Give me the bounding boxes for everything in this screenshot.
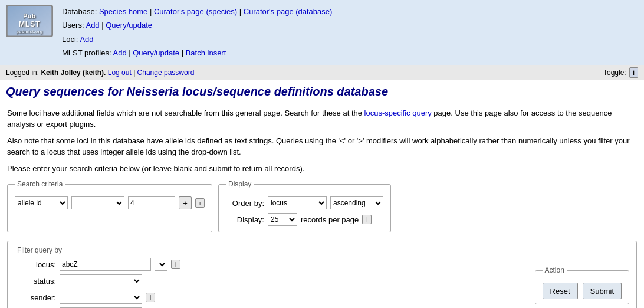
locus-filter-label: locus: (15, 260, 56, 269)
display-legend: Display (226, 180, 254, 188)
filter-section: Filter query by locus: i status: (7, 241, 637, 308)
add-criteria-button[interactable]: + (179, 196, 192, 209)
search-criteria-fieldset: Search criteria allele id locus sequence… (7, 180, 212, 232)
users-query-link[interactable]: Query/update (106, 21, 152, 30)
toggle-button[interactable]: i (629, 67, 638, 78)
curator-species-link[interactable]: Curator's page (species) (154, 7, 237, 16)
filter-fields: locus: i status: unchecked checked (15, 254, 523, 308)
logo: Pub MLST pubmlst.org (6, 5, 53, 37)
header-links: Database: Species home | Curator's page … (62, 5, 332, 60)
per-page-select[interactable]: 10 25 50 100 200 (268, 213, 297, 226)
mlst-add-link[interactable]: Add (113, 48, 126, 57)
reset-button[interactable]: Reset (543, 283, 578, 299)
toggle-label: Toggle: (603, 68, 626, 77)
panels-row: Search criteria allele id locus sequence… (7, 180, 637, 232)
logged-in-text: Logged in: (6, 68, 41, 77)
login-bar: Logged in: Keith Jolley (keith). Log out… (0, 65, 644, 80)
logo-image: Pub MLST pubmlst.org (6, 5, 53, 37)
svg-text:Pub: Pub (23, 12, 36, 19)
display-label: Display: (226, 215, 264, 224)
action-buttons: Reset Submit (543, 283, 622, 299)
locus-filter-row: locus: i (15, 258, 523, 271)
direction-select[interactable]: ascending descending (330, 196, 383, 209)
order-select[interactable]: locus allele id sequence sender curator … (268, 196, 327, 209)
per-page-row: Display: 10 25 50 100 200 records per pa… (226, 213, 383, 226)
locus-specific-query-link[interactable]: locus-specific query (364, 109, 432, 117)
criteria-info-icon[interactable]: i (195, 198, 205, 208)
criteria-row: allele id locus sequence sender curator … (15, 196, 205, 209)
change-password-link[interactable]: Change password (137, 68, 195, 77)
field-select[interactable]: allele id locus sequence sender curator … (15, 196, 68, 209)
loci-label: Loci: (62, 35, 78, 44)
display-info-icon[interactable]: i (362, 215, 372, 224)
status-filter-label: status: (15, 277, 56, 286)
page-title-bar: Query sequences for Neisseria locus/sequ… (0, 80, 644, 101)
loci-add-link[interactable]: Add (80, 35, 93, 44)
filter-action-row: locus: i status: unchecked checked (15, 254, 629, 308)
sender-filter-row: sender: i (15, 291, 523, 304)
users-label: Users: (62, 21, 84, 30)
info-para1-prefix: Some loci have additional fields which a… (7, 109, 364, 117)
page-title: Query sequences for Neisseria locus/sequ… (6, 85, 638, 99)
order-row: Order by: locus allele id sequence sende… (226, 196, 383, 209)
action-panel: Action Reset Submit (535, 254, 629, 308)
mlst-label: MLST profiles: (62, 48, 111, 57)
submit-button[interactable]: Submit (583, 283, 622, 299)
info-para3: Please enter your search criteria below … (7, 163, 637, 175)
toggle-section: Toggle: i (603, 67, 638, 78)
operator-select[interactable]: = contains starts with ends with > >= < … (71, 196, 124, 209)
info-para2: Also note that some loci in this databas… (7, 135, 637, 158)
per-page-suffix: records per page (301, 215, 359, 224)
criteria-value-input[interactable] (128, 196, 175, 209)
sender-filter-info-icon[interactable]: i (146, 293, 155, 302)
svg-text:MLST: MLST (19, 20, 40, 28)
locus-filter-input[interactable] (60, 258, 151, 271)
username: Keith Jolley (keith). (41, 68, 106, 77)
login-info: Logged in: Keith Jolley (keith). Log out… (6, 68, 194, 77)
status-filter-row: status: unchecked checked (15, 274, 523, 287)
svg-text:pubmlst.org: pubmlst.org (17, 30, 43, 34)
users-add-link[interactable]: Add (86, 21, 99, 30)
mlst-batch-link[interactable]: Batch insert (186, 48, 226, 57)
filter-legend: Filter query by (15, 246, 64, 254)
curator-database-link[interactable]: Curator's page (database) (244, 7, 333, 16)
database-label: Database: (62, 7, 97, 16)
species-home-link[interactable]: Species home (99, 7, 147, 16)
main-content: Some loci have additional fields which a… (0, 101, 644, 308)
display-fieldset: Display Order by: locus allele id sequen… (218, 180, 391, 232)
users-row: Users: Add | Query/update (62, 18, 332, 32)
locus-dropdown-button[interactable] (155, 258, 167, 271)
mlst-row: MLST profiles: Add | Query/update | Batc… (62, 46, 332, 60)
locus-filter-info-icon[interactable]: i (171, 260, 180, 269)
action-legend: Action (543, 266, 567, 274)
header: Pub MLST pubmlst.org Database: Species h… (0, 0, 644, 65)
search-criteria-legend: Search criteria (15, 180, 65, 188)
order-label: Order by: (226, 199, 264, 208)
loci-row: Loci: Add (62, 32, 332, 46)
status-filter-select[interactable]: unchecked checked (60, 274, 142, 287)
mlst-query-link[interactable]: Query/update (133, 48, 179, 57)
logout-link[interactable]: Log out (108, 68, 132, 77)
sender-filter-label: sender: (15, 293, 56, 302)
info-para1: Some loci have additional fields which a… (7, 107, 637, 130)
sender-filter-select[interactable] (60, 291, 142, 304)
database-row: Database: Species home | Curator's page … (62, 5, 332, 18)
